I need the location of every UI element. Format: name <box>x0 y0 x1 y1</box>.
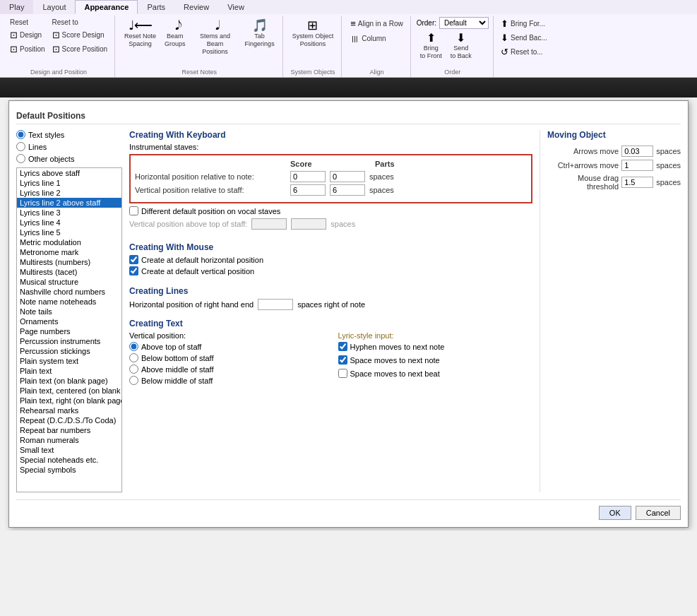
reset-note-spacing-button[interactable]: ♩⟵ Reset NoteSpacing <box>121 17 160 50</box>
h-right-input[interactable] <box>258 299 293 310</box>
v-above-score-input[interactable] <box>251 218 287 230</box>
reset-label: Reset <box>10 18 28 26</box>
reset-to-button[interactable]: Reset to <box>49 17 110 28</box>
list-item[interactable]: Rehearsal marks <box>17 405 121 415</box>
tab-view[interactable]: View <box>218 0 254 14</box>
hyphen-next-checkbox[interactable] <box>338 342 347 351</box>
list-item[interactable]: Lyrics line 2 above staff <box>17 198 121 208</box>
diff-vocal-checkbox[interactable] <box>129 206 138 215</box>
align-column-button[interactable]: ⫼ Column <box>347 32 406 45</box>
list-item[interactable]: Lyrics line 5 <box>17 227 121 237</box>
radio-above-top-input[interactable] <box>129 342 138 351</box>
list-item[interactable]: Ornaments <box>17 316 121 326</box>
space-beat-label: Space moves to next beat <box>350 369 440 378</box>
list-item[interactable]: Special noteheads etc. <box>17 455 121 465</box>
reset-to-order-button[interactable]: ↺ Reset to... <box>498 45 550 59</box>
design-button[interactable]: ⊡ Design <box>7 28 48 42</box>
list-item[interactable]: Lyrics line 3 <box>17 208 121 218</box>
score-position-button[interactable]: ⊡ Score Position <box>49 42 110 56</box>
list-item[interactable]: Special symbols <box>17 465 121 475</box>
radio-above-middle-input[interactable] <box>129 365 138 374</box>
list-item[interactable]: Metric modulation <box>17 237 121 247</box>
group-bring: ⬆ Bring For... ⬇ Send Bac... ↺ Reset to.… <box>495 16 559 77</box>
create-v-label: Create at default vertical position <box>141 267 254 276</box>
list-item[interactable]: Plain text, right (on blank page) <box>17 396 121 405</box>
bring-forward-button[interactable]: ⬆ Bring For... <box>498 17 550 30</box>
radio-below-bottom-input[interactable] <box>129 353 138 362</box>
align-column-label: Column <box>362 35 386 42</box>
space-next-checkbox[interactable] <box>338 355 347 365</box>
tab-fingerings-button[interactable]: 🎵 TabFingerings <box>242 17 278 50</box>
order-select[interactable]: Default <box>439 17 489 29</box>
space-beat-checkbox[interactable] <box>338 369 347 378</box>
list-item[interactable]: Page numbers <box>17 326 121 336</box>
arrows-input[interactable] <box>621 146 653 157</box>
list-box[interactable]: Lyrics above staffLyrics line 1Lyrics li… <box>16 167 122 492</box>
list-item[interactable]: Percussion instruments <box>17 336 121 346</box>
list-item[interactable]: Note name noteheads <box>17 297 121 307</box>
v-above-parts-input[interactable] <box>291 218 326 230</box>
reset-button[interactable]: Reset <box>7 17 48 28</box>
list-item[interactable]: Multirests (numbers) <box>17 257 121 267</box>
list-item[interactable]: Metronome mark <box>17 247 121 257</box>
list-item[interactable]: Percussion stickings <box>17 346 121 356</box>
list-item[interactable]: Lyrics above staff <box>17 168 121 178</box>
cancel-button[interactable]: Cancel <box>636 506 681 520</box>
col-score-header: Score <box>290 160 333 168</box>
system-object-positions-button[interactable]: ⊞ System ObjectPositions <box>289 17 338 50</box>
list-item[interactable]: Small text <box>17 445 121 455</box>
v-position-score-input[interactable] <box>290 184 326 196</box>
list-item[interactable]: Repeat (D.C./D.S./To Coda) <box>17 415 121 425</box>
radio-other-objects-input[interactable] <box>16 154 25 163</box>
position-button[interactable]: ⊡ Position <box>7 42 48 56</box>
reset-order-label: Reset to... <box>511 48 543 56</box>
create-v-checkbox[interactable] <box>129 266 138 276</box>
radio-below-bottom[interactable]: Below bottom of staff <box>129 353 324 362</box>
list-item[interactable]: Plain text <box>17 366 121 376</box>
tab-layout[interactable]: Layout <box>33 0 75 14</box>
staves-table: Score Parts Horizontal position relative… <box>129 154 532 203</box>
list-item[interactable]: Lyrics line 2 <box>17 188 121 198</box>
list-item[interactable]: Musical structure <box>17 277 121 287</box>
list-item[interactable]: Plain text, centered (on blank page) <box>17 386 121 396</box>
radio-above-middle[interactable]: Above middle of staff <box>129 365 324 374</box>
score-design-button[interactable]: ⊡ Score Design <box>49 28 110 42</box>
stems-beam-button[interactable]: 𝅘𝅥 Stems andBeam Positions <box>191 17 240 57</box>
send-to-back-button[interactable]: ⬇ Sendto Back <box>447 30 475 62</box>
radio-other-objects[interactable]: Other objects <box>16 154 122 163</box>
bring-to-front-button[interactable]: ⬆ Bringto Front <box>417 30 446 62</box>
send-backward-button[interactable]: ⬇ Send Bac... <box>498 31 550 45</box>
list-item[interactable]: Lyrics line 4 <box>17 218 121 227</box>
staves-header: Score Parts <box>135 160 527 168</box>
h-position-parts-input[interactable] <box>330 171 365 182</box>
list-item[interactable]: Plain text (on blank page) <box>17 376 121 386</box>
radio-below-middle-input[interactable] <box>129 376 138 385</box>
list-item[interactable]: Roman numerals <box>17 435 121 445</box>
h-position-score-input[interactable] <box>290 171 326 182</box>
radio-lines[interactable]: Lines <box>16 142 122 151</box>
v-position-parts-input[interactable] <box>330 184 365 196</box>
list-item[interactable]: Note tails <box>17 307 121 316</box>
radio-lines-input[interactable] <box>16 142 25 151</box>
tab-appearance[interactable]: Appearance <box>75 0 138 14</box>
mouse-drag-input[interactable] <box>621 177 653 188</box>
system-object-positions-icon: ⊞ <box>307 19 318 32</box>
list-item[interactable]: Repeat bar numbers <box>17 425 121 435</box>
radio-text-styles[interactable]: Text styles <box>16 130 122 139</box>
ok-button[interactable]: OK <box>599 506 631 520</box>
list-item[interactable]: Plain system text <box>17 356 121 366</box>
beam-groups-button[interactable]: 𝅘𝅥𝅮 BeamGroups <box>161 17 189 50</box>
design-position-buttons: Reset ⊡ Design ⊡ Position Reset to <box>7 17 110 76</box>
ctrl-input[interactable] <box>621 160 653 171</box>
align-row-button[interactable]: ≡ Align in a Row <box>347 17 406 30</box>
radio-below-middle[interactable]: Below middle of staff <box>129 376 324 385</box>
list-item[interactable]: Nashville chord numbers <box>17 287 121 297</box>
tab-play[interactable]: Play <box>0 0 33 14</box>
tab-parts[interactable]: Parts <box>138 0 174 14</box>
list-item[interactable]: Lyrics line 1 <box>17 178 121 188</box>
radio-above-top[interactable]: Above top of staff <box>129 342 324 351</box>
tab-review[interactable]: Review <box>174 0 218 14</box>
list-item[interactable]: Multirests (tacet) <box>17 267 121 277</box>
radio-text-styles-input[interactable] <box>16 130 25 139</box>
create-h-checkbox[interactable] <box>129 255 138 264</box>
